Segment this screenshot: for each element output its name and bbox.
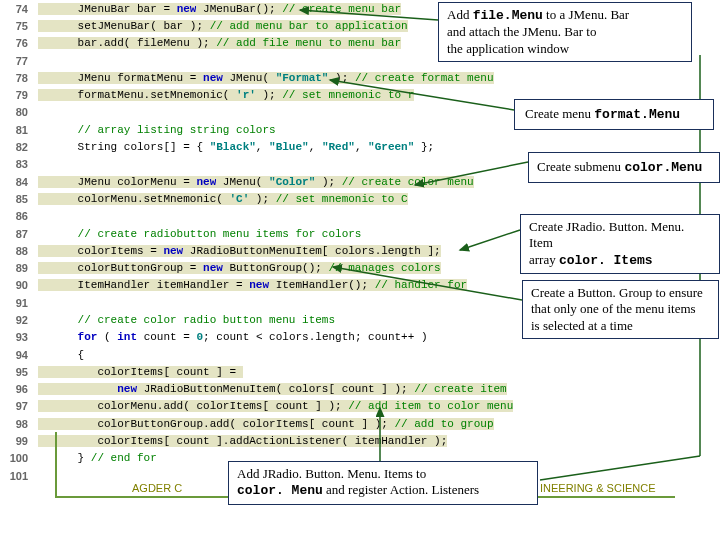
line-number: 74 [0, 3, 38, 15]
line-number: 98 [0, 418, 38, 430]
line-number: 79 [0, 89, 38, 101]
line-number: 80 [0, 106, 38, 118]
line-number: 76 [0, 37, 38, 49]
line-number: 88 [0, 245, 38, 257]
code-line: 85 colorMenu.setMnemonic( 'C' ); // set … [0, 190, 720, 207]
line-number: 75 [0, 20, 38, 32]
line-number: 85 [0, 193, 38, 205]
line-number: 82 [0, 141, 38, 153]
code-content: colorMenu.add( colorItems[ count ] ); //… [38, 400, 720, 412]
line-number: 77 [0, 55, 38, 67]
callout-formatmenu: Create menu format.Menu [514, 99, 714, 130]
line-number: 87 [0, 228, 38, 240]
line-number: 96 [0, 383, 38, 395]
code-content: new JRadioButtonMenuItem( colors[ count … [38, 383, 720, 395]
callout-buttongroup: Create a Button. Group to ensure that on… [522, 280, 719, 339]
callout-radioitem-array: Create JRadio. Button. Menu. Item array … [520, 214, 720, 274]
callout-add-listeners: Add JRadio. Button. Menu. Items to color… [228, 461, 538, 505]
code-line: 94 { [0, 346, 720, 363]
callout-colormenu: Create submenu color.Menu [528, 152, 720, 183]
line-number: 78 [0, 72, 38, 84]
line-number: 89 [0, 262, 38, 274]
line-number: 94 [0, 349, 38, 361]
line-number: 91 [0, 297, 38, 309]
line-number: 81 [0, 124, 38, 136]
line-number: 90 [0, 279, 38, 291]
code-line: 98 colorButtonGroup.add( colorItems[ cou… [0, 415, 720, 432]
code-line: 96 new JRadioButtonMenuItem( colors[ cou… [0, 381, 720, 398]
line-number: 93 [0, 331, 38, 343]
footer-left: AGDER C [132, 482, 182, 494]
line-number: 100 [0, 452, 38, 464]
code-line: 97 colorMenu.add( colorItems[ count ] );… [0, 398, 720, 415]
code-line: 78 JMenu formatMenu = new JMenu( "Format… [0, 69, 720, 86]
code-content: colorMenu.setMnemonic( 'C' ); // set mne… [38, 193, 720, 205]
line-number: 86 [0, 210, 38, 222]
code-content: { [38, 349, 720, 361]
line-number: 97 [0, 400, 38, 412]
code-line: 95 colorItems[ count ] = [0, 363, 720, 380]
line-number: 101 [0, 470, 38, 482]
code-content: colorItems[ count ] = [38, 366, 720, 378]
line-number: 99 [0, 435, 38, 447]
line-number: 92 [0, 314, 38, 326]
code-content: colorButtonGroup.add( colorItems[ count … [38, 418, 720, 430]
code-content: JMenu formatMenu = new JMenu( "Format" )… [38, 72, 720, 84]
footer-right: INEERING & SCIENCE [540, 482, 656, 494]
line-number: 83 [0, 158, 38, 170]
line-number: 95 [0, 366, 38, 378]
callout-jmenubar: Add file.Menu to a JMenu. Bar and attach… [438, 2, 692, 62]
line-number: 84 [0, 176, 38, 188]
